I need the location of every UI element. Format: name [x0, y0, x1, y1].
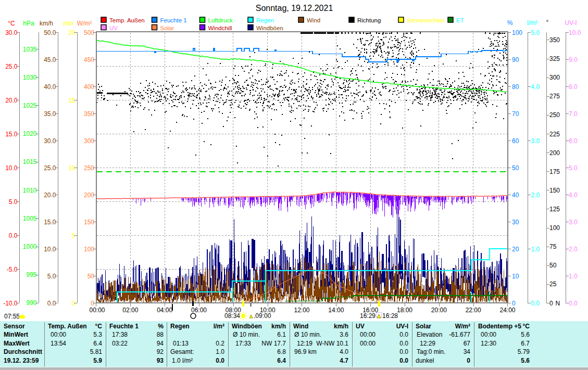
- svg-text:9.0: 9.0: [569, 56, 578, 63]
- svg-text:Temp. Außen: Temp. Außen: [109, 17, 145, 23]
- svg-text:5.6: 5.6: [521, 331, 530, 338]
- svg-text:6.1: 6.1: [277, 331, 286, 338]
- svg-text:4.7: 4.7: [340, 357, 348, 364]
- svg-text:min: min: [63, 20, 73, 27]
- svg-text:07:55: 07:55: [4, 313, 20, 320]
- svg-text:Feuchte 1: Feuchte 1: [160, 17, 187, 23]
- svg-text:15.0: 15.0: [44, 219, 56, 226]
- svg-text:20.0: 20.0: [44, 192, 56, 199]
- svg-text:Durchschnitt: Durchschnitt: [4, 348, 42, 355]
- svg-text:35.0: 35.0: [44, 110, 56, 118]
- svg-text:6.4: 6.4: [277, 357, 286, 364]
- svg-text:Temp. Außen: Temp. Außen: [48, 323, 87, 330]
- svg-text:Ø 10 min.: Ø 10 min.: [294, 331, 321, 338]
- svg-text:5.3: 5.3: [93, 331, 102, 338]
- svg-text:Wind: Wind: [307, 17, 320, 23]
- svg-text:25: 25: [549, 280, 557, 288]
- svg-text:2.0: 2.0: [569, 246, 578, 253]
- svg-text:5.0: 5.0: [569, 164, 578, 172]
- svg-text:Regen: Regen: [170, 323, 190, 330]
- svg-text:UV-I: UV-I: [396, 323, 408, 330]
- svg-text:Richtung: Richtung: [357, 17, 381, 23]
- svg-text:00:00: 00:00: [89, 307, 105, 314]
- svg-text:325: 325: [549, 55, 560, 62]
- svg-text:1010: 1010: [23, 187, 37, 194]
- svg-text:30: 30: [512, 219, 519, 226]
- svg-text:2.0: 2.0: [531, 192, 540, 199]
- svg-text:Windchill: Windchill: [208, 25, 232, 31]
- svg-text:1025: 1025: [23, 102, 37, 109]
- svg-text:13:54: 13:54: [51, 340, 66, 347]
- svg-text:175: 175: [549, 168, 560, 175]
- svg-text:34: 34: [464, 348, 471, 355]
- svg-text:0.0: 0.0: [216, 357, 224, 364]
- svg-text:30.0: 30.0: [44, 137, 56, 145]
- svg-text:19.12. 23:59: 19.12. 23:59: [4, 357, 39, 364]
- svg-text:l/m²: l/m²: [527, 19, 537, 27]
- svg-text:Ø 10 min.: Ø 10 min.: [233, 331, 260, 338]
- svg-text:Sonnenschein: Sonnenschein: [407, 17, 445, 23]
- svg-text:5.79: 5.79: [518, 348, 530, 355]
- svg-text:ET: ET: [456, 17, 464, 23]
- svg-text:5.0: 5.0: [531, 29, 540, 36]
- svg-text:km/h: km/h: [40, 20, 53, 27]
- svg-text:94: 94: [157, 340, 164, 347]
- svg-text:°C: °C: [523, 323, 530, 330]
- svg-text:250: 250: [549, 111, 560, 119]
- svg-text:225: 225: [549, 131, 560, 138]
- svg-text:150: 150: [549, 187, 560, 194]
- svg-text:18:00: 18:00: [397, 307, 412, 314]
- svg-text:-10.0: -10.0: [3, 300, 18, 307]
- svg-text:Solar: Solar: [416, 323, 431, 330]
- svg-text:°: °: [546, 19, 549, 26]
- svg-text:275: 275: [549, 93, 560, 100]
- svg-text:1.0: 1.0: [531, 246, 540, 253]
- svg-text:25.0: 25.0: [44, 164, 56, 172]
- svg-text:6.8: 6.8: [277, 348, 286, 355]
- svg-text:6.4: 6.4: [93, 340, 102, 347]
- svg-text:60: 60: [512, 137, 519, 145]
- svg-text:°C: °C: [95, 323, 103, 330]
- svg-text:00:00: 00:00: [360, 340, 376, 347]
- svg-text:Windböen: Windböen: [232, 323, 262, 330]
- svg-text:Sonntag, 19.12.2021: Sonntag, 19.12.2021: [256, 4, 333, 12]
- svg-text:5.9: 5.9: [93, 357, 102, 364]
- svg-text:Solar: Solar: [160, 25, 174, 31]
- svg-text:0.2: 0.2: [216, 340, 224, 347]
- svg-text:hPa: hPa: [23, 20, 34, 27]
- svg-text:02:00: 02:00: [122, 307, 138, 314]
- svg-text:Luftdruck: Luftdruck: [208, 17, 233, 23]
- svg-text:Wind: Wind: [293, 323, 308, 330]
- svg-text:20.0: 20.0: [5, 97, 18, 104]
- svg-text:995: 995: [26, 271, 36, 278]
- svg-text:00:00: 00:00: [481, 331, 496, 338]
- svg-text:15.0: 15.0: [5, 131, 18, 138]
- svg-text:0.0: 0.0: [399, 357, 408, 364]
- svg-text:km/h: km/h: [334, 323, 348, 330]
- svg-text:Feuchte 1: Feuchte 1: [109, 323, 139, 330]
- svg-text:4.0: 4.0: [531, 83, 540, 91]
- svg-text:80: 80: [512, 83, 519, 91]
- svg-text:8.0: 8.0: [569, 83, 578, 91]
- svg-text:300: 300: [549, 74, 560, 81]
- svg-text:1.0 l/m²: 1.0 l/m²: [172, 357, 193, 364]
- svg-text:dunkel: dunkel: [416, 357, 434, 364]
- svg-text:0: 0: [549, 300, 553, 307]
- svg-text:14:00: 14:00: [328, 307, 344, 314]
- svg-text:12:30: 12:30: [481, 340, 496, 347]
- svg-text:1020: 1020: [23, 130, 37, 137]
- svg-text:350: 350: [549, 36, 560, 44]
- svg-text:08:34: 08:34: [224, 312, 240, 320]
- svg-text:17:38: 17:38: [112, 331, 128, 338]
- svg-text:-5.0: -5.0: [7, 266, 18, 273]
- svg-text:1.0: 1.0: [216, 348, 224, 355]
- svg-text:Regen: Regen: [256, 17, 274, 23]
- svg-text:70: 70: [512, 110, 519, 118]
- svg-text:92: 92: [157, 348, 164, 355]
- svg-text:Gesamt:: Gesamt:: [170, 348, 194, 355]
- svg-text:UV-I: UV-I: [565, 19, 577, 27]
- svg-text:Windböen: Windböen: [256, 25, 283, 31]
- svg-text:24:00: 24:00: [499, 307, 515, 314]
- svg-text:UV: UV: [109, 25, 118, 31]
- svg-text:6.0: 6.0: [569, 137, 578, 145]
